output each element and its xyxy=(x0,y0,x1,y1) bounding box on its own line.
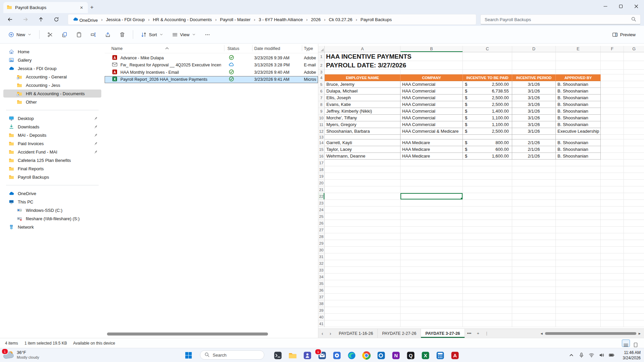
breadcrumb-chevron-icon[interactable]: › xyxy=(306,17,308,22)
cell-B14[interactable]: HAA Medicare xyxy=(400,139,463,146)
cell-G8[interactable] xyxy=(624,101,644,108)
row-header-6[interactable]: 6 xyxy=(318,88,325,95)
column-header-name[interactable]: Name xyxy=(111,46,122,51)
tab-close-icon[interactable]: ✕ xyxy=(78,5,85,10)
cell-D8[interactable]: 3/1/26 xyxy=(512,101,556,108)
more-options-button[interactable] xyxy=(202,29,213,40)
cell-D15[interactable]: 2/1/26 xyxy=(512,146,556,153)
cell-B19[interactable] xyxy=(400,173,463,180)
cell-C28[interactable] xyxy=(463,233,512,240)
cell-A19[interactable] xyxy=(325,173,400,180)
breadcrumb-item[interactable]: Jessica - FDI Group xyxy=(105,16,146,23)
cell-A1[interactable]: HAA INCENTIVE PAYMENTS xyxy=(325,52,400,61)
row-header-7[interactable]: 7 xyxy=(318,95,325,101)
cell-A33[interactable] xyxy=(325,267,400,274)
cell-B10[interactable]: HAA Commercial xyxy=(400,115,463,121)
cell-A11[interactable]: Myers, Gregory xyxy=(325,121,400,128)
cell-E19[interactable] xyxy=(556,173,601,180)
cell-B5[interactable]: HAA Commercial xyxy=(400,81,463,88)
cell-D14[interactable]: 2/1/26 xyxy=(512,139,556,146)
sheet-nav-next-icon[interactable]: › xyxy=(326,331,334,336)
cell-A39[interactable] xyxy=(325,307,400,314)
sheet-tab-3[interactable]: PAYDATE 3-27-26 xyxy=(421,329,465,338)
cell-D13[interactable] xyxy=(512,135,556,139)
cell-A23[interactable] xyxy=(325,200,400,206)
cell-G40[interactable] xyxy=(624,314,644,320)
row-header-39[interactable]: 39 xyxy=(318,307,325,314)
cell-D27[interactable] xyxy=(512,227,556,233)
row-header-33[interactable]: 33 xyxy=(318,267,325,274)
cell-D5[interactable]: 3/1/26 xyxy=(512,81,556,88)
cell-C10[interactable]: $1,100.00 xyxy=(463,115,512,121)
cell-D24[interactable] xyxy=(512,206,556,213)
cell-E30[interactable] xyxy=(556,247,601,253)
cell-C2[interactable] xyxy=(463,61,512,70)
breadcrumb-item[interactable]: Payroll Backups xyxy=(359,16,393,23)
sidebar-item-network[interactable]: Network xyxy=(3,223,101,231)
cell-B30[interactable] xyxy=(400,247,463,253)
cell-E34[interactable] xyxy=(556,274,601,280)
cell-E27[interactable] xyxy=(556,227,601,233)
cell-E2[interactable] xyxy=(556,61,601,70)
cell-C12[interactable]: $2,500.00 xyxy=(463,128,512,135)
column-header-F[interactable]: F xyxy=(601,46,624,52)
row-header-17[interactable]: 17 xyxy=(318,160,325,166)
acrobat-taskbar-button[interactable]: A xyxy=(449,350,460,361)
cell-A36[interactable] xyxy=(325,287,400,294)
cell-A8[interactable]: Evans, Katie xyxy=(325,101,400,108)
cell-A14[interactable]: Garrett, Kayti xyxy=(325,139,400,146)
sidebar-item-accident-fund-mai[interactable]: Accident Fund - MAI xyxy=(3,148,101,156)
row-header-9[interactable]: 9 xyxy=(318,108,325,115)
scroll-left-icon[interactable]: ◂ xyxy=(540,331,542,336)
cell-F15[interactable] xyxy=(601,146,624,153)
cell-F12[interactable] xyxy=(601,128,624,135)
scroll-right-icon[interactable]: ▸ xyxy=(639,331,641,336)
cell-G32[interactable] xyxy=(624,260,644,267)
cell-A15[interactable]: Taylor, Lacey xyxy=(325,146,400,153)
sheet-nav-prev-icon[interactable]: ‹ xyxy=(318,331,326,336)
sidebar-item-accounting-jess[interactable]: Accounting - Jess xyxy=(3,81,101,89)
cell-G15[interactable] xyxy=(624,146,644,153)
cell-A20[interactable] xyxy=(325,180,400,186)
sheet-menu-icon[interactable]: ⋮ xyxy=(482,331,491,336)
cell-F34[interactable] xyxy=(601,274,624,280)
cell-E6[interactable]: B. Shooshanian xyxy=(556,88,601,95)
row-header-16[interactable]: 16 xyxy=(318,153,325,160)
cell-D3[interactable] xyxy=(512,70,556,74)
cell-B34[interactable] xyxy=(400,274,463,280)
breadcrumb-chevron-icon[interactable]: › xyxy=(215,17,216,22)
column-header-G[interactable]: G xyxy=(624,46,644,52)
cell-G10[interactable] xyxy=(624,115,644,121)
cell-G29[interactable] xyxy=(624,240,644,247)
cell-E8[interactable]: B. Shooshanian xyxy=(556,101,601,108)
weather-widget[interactable]: 1 36°F Mostly cloudy xyxy=(3,350,39,360)
wifi-icon[interactable] xyxy=(589,352,594,358)
cell-F31[interactable] xyxy=(601,253,624,260)
cell-B9[interactable]: HAA Commercial xyxy=(400,108,463,115)
cell-A34[interactable] xyxy=(325,274,400,280)
row-header-28[interactable]: 28 xyxy=(318,233,325,240)
row-header-38[interactable]: 38 xyxy=(318,300,325,307)
cell-F4[interactable] xyxy=(601,74,624,81)
cell-E24[interactable] xyxy=(556,206,601,213)
sidebar-item-final-reports[interactable]: Final Reports xyxy=(3,165,101,173)
cell-C16[interactable]: $1,600.00 xyxy=(463,153,512,160)
start-button[interactable] xyxy=(184,351,193,360)
cell-G7[interactable] xyxy=(624,95,644,101)
paint-app-taskbar-button[interactable] xyxy=(331,350,342,361)
cell-C35[interactable] xyxy=(463,280,512,287)
cell-A16[interactable]: Wehrmann, Deanne xyxy=(325,153,400,160)
cell-C25[interactable] xyxy=(463,213,512,220)
cell-G12[interactable] xyxy=(624,128,644,135)
breadcrumb-chevron-icon[interactable]: › xyxy=(148,17,149,22)
cell-C7[interactable]: $2,500.00 xyxy=(463,95,512,101)
column-header-type[interactable]: Type xyxy=(304,46,313,51)
cell-D10[interactable]: 3/1/26 xyxy=(512,115,556,121)
cell-D2[interactable] xyxy=(512,61,556,70)
refresh-button[interactable] xyxy=(51,14,62,24)
cell-G38[interactable] xyxy=(624,300,644,307)
cell-G26[interactable] xyxy=(624,220,644,227)
cell-F13[interactable] xyxy=(601,135,624,139)
cell-C31[interactable] xyxy=(463,253,512,260)
maximize-button[interactable] xyxy=(613,0,629,13)
